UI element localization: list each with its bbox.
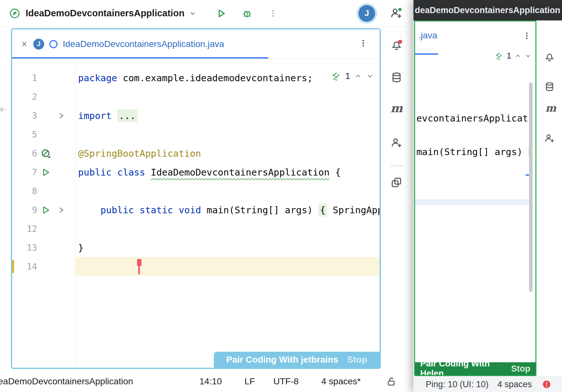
- editor-line[interactable]: 9 public static void main(String[] args)…: [12, 200, 380, 219]
- tab-file-name[interactable]: IdeaDemoDevcontainersApplication.java: [63, 39, 224, 49]
- code-segment: package: [78, 73, 117, 83]
- strip-divider: [390, 166, 403, 166]
- chevron-down-icon[interactable]: [189, 10, 197, 17]
- code-segment: @SpringBootApplication: [78, 148, 201, 159]
- editor-line[interactable]: 8: [12, 182, 380, 200]
- prev-problem-chevron-icon[interactable]: [354, 72, 362, 80]
- gutter-fold-slot[interactable]: [54, 112, 68, 120]
- run-gutter-icon: [41, 168, 51, 177]
- fold-chevron-icon: [57, 206, 65, 214]
- line-separator-widget[interactable]: LF: [245, 371, 255, 392]
- code-lines: 1package com.example.ideademodevcontaine…: [12, 59, 380, 276]
- main-toolbar: IdeaDemoDevcontainersApplication J: [0, 0, 413, 27]
- code-line[interactable]: [75, 257, 380, 276]
- code-line[interactable]: }: [75, 238, 380, 257]
- line-number: 5: [19, 129, 37, 139]
- editor-line[interactable]: 2: [12, 87, 380, 106]
- screen: IdeaDemoDevcontainersApplication J o-: [0, 0, 562, 392]
- status-bar-remote: Ping: 10 (UI: 10) 4 spaces: [413, 376, 562, 392]
- gutter-icon-slot[interactable]: [37, 205, 54, 215]
- run-config-name[interactable]: IdeaDemoDevcontainersApplication: [26, 8, 184, 19]
- notifications-bell-icon[interactable]: [390, 39, 403, 51]
- chevron-down-icon[interactable]: [551, 7, 559, 15]
- add-user-icon[interactable]: [390, 137, 403, 149]
- database-icon[interactable]: [544, 81, 555, 92]
- maven-icon[interactable]: m: [390, 102, 403, 114]
- spring-boot-run-config-icon[interactable]: [9, 8, 20, 19]
- tab-options-kebab-icon[interactable]: [523, 32, 531, 40]
- pair-coding-banner-remote: Pair Coding With Helen Stop: [415, 362, 535, 375]
- editor[interactable]: 1package com.example.ideademodevcontaine…: [12, 59, 380, 368]
- ide-window-remote: deaDemoDevcontainersApplication .java 1: [413, 0, 562, 392]
- code-line[interactable]: evcontainersApplicatio: [416, 113, 529, 124]
- inspections-ok-icon[interactable]: [494, 51, 503, 60]
- active-tab-indicator: [415, 53, 438, 55]
- next-problem-chevron-icon[interactable]: [366, 72, 374, 80]
- tab-options-kebab-icon[interactable]: [359, 39, 367, 47]
- stop-pair-coding-button[interactable]: Stop: [347, 355, 367, 365]
- code-line[interactable]: @SpringBootApplication: [75, 144, 380, 163]
- screen-share-frame: .java 1 evcontainersApplicatio main(Stri: [414, 20, 536, 376]
- inspection-widget[interactable]: 1: [331, 71, 374, 81]
- editor-line[interactable]: 5: [12, 125, 380, 144]
- line-number: 2: [19, 92, 37, 102]
- caret-position-widget[interactable]: 14:10: [199, 371, 222, 392]
- stop-pair-coding-button[interactable]: Stop: [511, 364, 530, 374]
- shared-editor-frame: J IdeaDemoDevcontainersApplication.java …: [11, 28, 381, 369]
- editor-line[interactable]: 3import ...: [12, 106, 380, 125]
- spring-bean-gutter-icon: [41, 149, 51, 158]
- inspection-widget[interactable]: 1: [494, 51, 532, 61]
- encoding-widget[interactable]: UTF-8: [273, 371, 299, 392]
- code-line[interactable]: [75, 219, 380, 238]
- line-number: 12: [19, 224, 37, 234]
- inspections-ok-icon[interactable]: [331, 71, 341, 81]
- prev-problem-chevron-icon[interactable]: [514, 52, 521, 59]
- code-line[interactable]: [75, 87, 380, 106]
- code-line[interactable]: [75, 182, 380, 200]
- user-avatar[interactable]: J: [358, 5, 375, 22]
- editor-line[interactable]: 6@SpringBootApplication: [12, 144, 380, 163]
- code-line[interactable]: public class IdeaDemoDevcontainersApplic…: [75, 163, 380, 182]
- code-segment: SpringApp: [327, 205, 380, 216]
- editor-line[interactable]: 14: [12, 257, 380, 276]
- status-bar-local: eaDemoDevcontainersApplication 14:10 LF …: [0, 371, 413, 392]
- database-icon[interactable]: [390, 71, 403, 83]
- add-user-icon[interactable]: [544, 133, 555, 144]
- gutter-icon-slot[interactable]: [37, 168, 54, 177]
- right-tool-strip-local: m: [381, 27, 413, 371]
- participant-badge: J: [33, 39, 44, 50]
- gutter-icon-slot[interactable]: [37, 149, 54, 158]
- line-number: 7: [19, 167, 37, 177]
- code-line[interactable]: import ...: [75, 106, 380, 125]
- editor-line[interactable]: 1package com.example.ideademodevcontaine…: [12, 68, 380, 87]
- close-tab-icon[interactable]: [20, 40, 28, 48]
- code-line[interactable]: public static void main(String[] args) {…: [75, 200, 380, 219]
- remote-tab-file-name[interactable]: .java: [418, 30, 437, 41]
- ping-widget: Ping: 10 (UI: 10): [426, 376, 489, 392]
- code-segment: import: [78, 110, 112, 121]
- maven-icon[interactable]: m: [545, 103, 556, 113]
- code-line[interactable]: main(String[] args) {: [416, 146, 532, 157]
- pair-coding-label: Pair Coding With Helen: [420, 359, 511, 376]
- gutter-fold-slot[interactable]: [54, 206, 68, 214]
- code-segment: com.example.ideademodevcontainers;: [117, 73, 313, 83]
- class-icon: [49, 39, 58, 49]
- indent-widget[interactable]: 4 spaces: [497, 376, 532, 392]
- notifications-bell-icon[interactable]: [544, 51, 555, 62]
- background-edge-artifact: o-: [0, 106, 7, 113]
- editor-line[interactable]: 12: [12, 219, 380, 238]
- scrollbar[interactable]: [529, 82, 533, 292]
- code-line[interactable]: [75, 125, 380, 144]
- more-options-kebab-icon[interactable]: [269, 9, 277, 18]
- unlock-icon[interactable]: [386, 376, 397, 392]
- debug-button[interactable]: [242, 8, 252, 19]
- run-button[interactable]: [216, 8, 227, 19]
- code-with-me-icon[interactable]: [390, 7, 403, 20]
- code-segment: ...: [117, 109, 137, 122]
- next-problem-chevron-icon[interactable]: [525, 52, 532, 59]
- indent-widget[interactable]: 4 spaces*: [321, 371, 361, 392]
- editor-line[interactable]: 13}: [12, 238, 380, 257]
- copy-layers-icon[interactable]: [390, 176, 403, 189]
- editor-line[interactable]: 7public class IdeaDemoDevcontainersAppli…: [12, 163, 380, 182]
- error-status-icon[interactable]: [542, 380, 551, 389]
